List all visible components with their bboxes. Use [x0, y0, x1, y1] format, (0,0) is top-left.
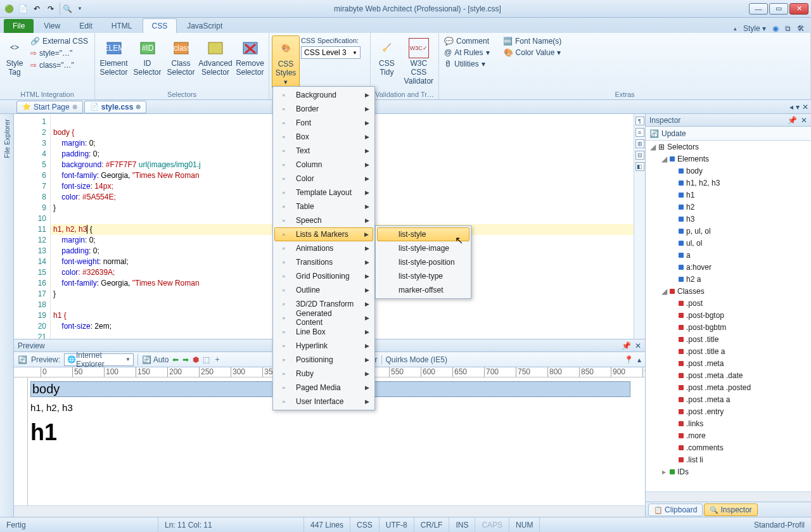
tab-menu-icon[interactable]: ◂ — [789, 103, 793, 111]
stop-icon[interactable]: ⬢ — [193, 355, 199, 364]
utilities-button[interactable]: 🛢 Utilities ▾ — [442, 58, 488, 70]
browser-combo[interactable]: 🌐 Internet Explorer ▼ — [64, 353, 134, 366]
tree-class[interactable]: .comments — [646, 441, 811, 453]
tree-class[interactable]: .post .entry — [646, 405, 811, 417]
menu-item-border[interactable]: ▫Border▶ — [274, 102, 373, 116]
tree-class[interactable]: .more — [646, 429, 811, 441]
tree-class[interactable]: .post .meta .posted — [646, 381, 811, 393]
horizontal-scrollbar[interactable] — [14, 505, 645, 517]
forward-icon[interactable]: ➡ — [182, 355, 189, 364]
close-button[interactable]: ✕ — [789, 3, 808, 15]
w3c-validator-button[interactable]: W3C✓W3C CSS Validator — [402, 35, 436, 88]
qat-undo[interactable]: ↶ — [30, 3, 43, 15]
style-attr-button[interactable]: ⇨ style="…" — [28, 48, 91, 59]
file-explorer-tab[interactable]: File Explorer — [0, 114, 14, 517]
doc-tab-start[interactable]: ⭐ Start Page ⊗ — [16, 101, 83, 113]
update-button[interactable]: 🔄 Update — [646, 127, 811, 141]
options-icon[interactable]: ⧉ — [785, 24, 791, 33]
tab-close-icon[interactable]: ✕ — [802, 103, 808, 111]
tree-class[interactable]: .post .title a — [646, 345, 811, 357]
menu-item-speech[interactable]: ▫Speech▶ — [274, 213, 373, 227]
menu-item-line-box[interactable]: ▫Line Box▶ — [274, 325, 373, 339]
class-selector-button[interactable]: .classClass Selector — [165, 35, 197, 80]
close-icon[interactable]: ⊗ — [136, 103, 141, 110]
menu-item-hyperlink[interactable]: ▫Hyperlink▶ — [274, 339, 373, 353]
pin-icon[interactable]: 📍 — [624, 355, 634, 364]
up-icon[interactable]: ▴ — [637, 355, 641, 364]
tab-view[interactable]: View — [35, 19, 69, 33]
menu-item-font[interactable]: ▫Font▶ — [274, 116, 373, 130]
menu-item-table[interactable]: ▫Table▶ — [274, 200, 373, 213]
refresh-icon[interactable]: 🔄 — [18, 355, 27, 364]
tree-class[interactable]: .links — [646, 417, 811, 429]
tree-class[interactable]: .post .meta .date — [646, 369, 811, 381]
menu-item-box[interactable]: ▫Box▶ — [274, 130, 373, 144]
pin-icon[interactable]: 📌 — [622, 341, 631, 350]
external-css-button[interactable]: 🔗 External CSS — [28, 35, 91, 47]
menu-item-user-interface[interactable]: ▫User Interface▶ — [274, 395, 373, 408]
minimize-button[interactable]: — — [749, 3, 768, 15]
menu-item-lists-markers[interactable]: ▫Lists & Markers▶ — [274, 227, 373, 241]
tree-element[interactable]: ul, ol — [646, 237, 811, 249]
menu-item-template-layout[interactable]: ▫Template Layout▶ — [274, 186, 373, 200]
tree-class[interactable]: .post .title — [646, 333, 811, 345]
tree-element[interactable]: h2 a — [646, 273, 811, 285]
style-dropdown[interactable]: Style ▾ — [743, 24, 766, 33]
style-tag-button[interactable]: <>Style Tag — [3, 35, 27, 80]
at-rules-button[interactable]: @ At Rules ▾ — [442, 47, 492, 58]
tree-element[interactable]: h1, h2, h3 — [646, 177, 811, 189]
tree-class[interactable]: .post-bgbtm — [646, 321, 811, 333]
submenu-item-list-style-type[interactable]: list-style-type — [377, 269, 469, 283]
ribbon-minimize-icon[interactable]: ▴ — [734, 25, 737, 32]
menu-item-background[interactable]: ▫Background▶ — [274, 88, 373, 102]
tree-element[interactable]: a:hover — [646, 261, 811, 273]
help-icon[interactable]: ◉ — [772, 24, 779, 33]
qat-preview[interactable]: 🔍 — [60, 3, 72, 15]
css-tidy-button[interactable]: 🧹CSS Tidy — [373, 35, 400, 80]
color-value-button[interactable]: 🎨 Color Value ▾ — [501, 47, 564, 58]
menu-item-paged-media[interactable]: ▫Paged Media▶ — [274, 381, 373, 395]
menu-item-positioning[interactable]: ▫Positioning▶ — [274, 353, 373, 367]
doc-tab-stylecss[interactable]: 📄 style.css ⊗ — [84, 101, 147, 113]
maximize-button[interactable]: ▭ — [769, 3, 788, 15]
tab-list-icon[interactable]: ▾ — [796, 103, 800, 111]
tree-class[interactable]: .post .meta a — [646, 393, 811, 405]
tree-class[interactable]: .post — [646, 297, 811, 309]
menu-item-outline[interactable]: ▫Outline▶ — [274, 283, 373, 297]
tree-element[interactable]: a — [646, 249, 811, 261]
qat-redo[interactable]: ↷ — [44, 3, 57, 15]
tree-element[interactable]: h1 — [646, 189, 811, 201]
close-icon[interactable]: ✕ — [801, 116, 807, 125]
menu-item-grid-positioning[interactable]: ▫Grid Positioning▶ — [274, 269, 373, 283]
submenu-item-list-style-position[interactable]: list-style-position — [377, 255, 469, 269]
qat-dropdown[interactable]: ▼ — [73, 3, 86, 15]
css-styles-button[interactable]: 🎨CSS Styles ▾ — [272, 35, 300, 89]
tree-element[interactable]: body — [646, 165, 811, 177]
font-names-button[interactable]: 🔤 Font Name(s) — [501, 35, 564, 47]
tab-css[interactable]: CSS — [143, 18, 177, 33]
menu-item-transitions[interactable]: ▫Transitions▶ — [274, 255, 373, 269]
tree-element[interactable]: h2 — [646, 201, 811, 213]
tools-icon[interactable]: 🛠 — [797, 24, 805, 33]
element-selector-button[interactable]: ELEMElement Selector — [98, 35, 130, 80]
tree-class[interactable]: .post .meta — [646, 357, 811, 369]
advanced-selector-button[interactable]: Advanced Selector — [198, 35, 233, 80]
inspector-tree[interactable]: ◢⊞ Selectors ◢ Elements body h1, h2, h3 … — [646, 141, 811, 491]
css-level-combo[interactable]: CSS Level 3▼ — [301, 46, 361, 59]
tab-edit[interactable]: Edit — [70, 19, 101, 33]
menu-item-text[interactable]: ▫Text▶ — [274, 144, 373, 158]
add-icon[interactable]: ＋ — [214, 354, 221, 365]
qat-btn-1[interactable]: 🟢 — [3, 3, 15, 15]
id-selector-button[interactable]: #IDID Selector — [131, 35, 163, 80]
auto-button[interactable]: 🔄 Auto — [142, 355, 169, 364]
tree-class[interactable]: .post-bgtop — [646, 309, 811, 321]
tree-hscroll[interactable] — [646, 491, 811, 502]
tab-javascript[interactable]: JavaScript — [178, 19, 231, 33]
class-attr-button[interactable]: ⇨ class="…" — [28, 60, 91, 71]
tab-file[interactable]: File — [4, 19, 34, 33]
preview-h1[interactable]: h1 — [30, 419, 645, 446]
tab-html[interactable]: HTML — [103, 19, 141, 33]
qat-btn-2[interactable]: 📄 — [16, 3, 29, 15]
tab-clipboard[interactable]: 📋 Clipboard — [648, 504, 703, 516]
close-icon[interactable]: ⊗ — [72, 103, 77, 110]
